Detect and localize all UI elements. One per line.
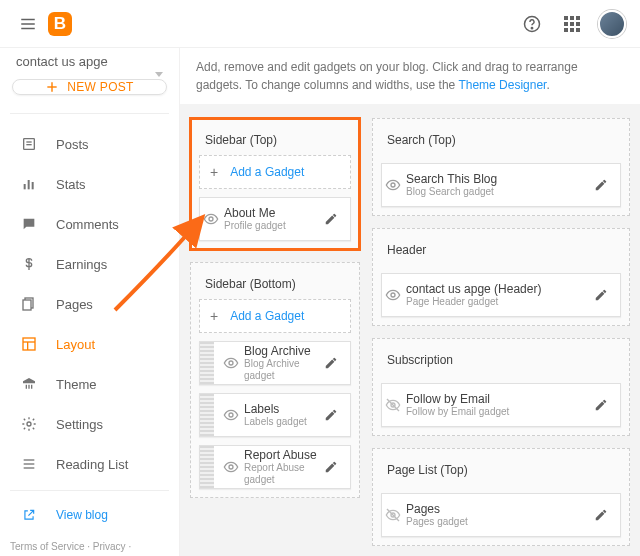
edit-icon [594,288,608,302]
visibility-toggle[interactable] [200,211,222,227]
account-button[interactable] [592,4,632,44]
layout-section: Headercontact us apge (Header)Page Heade… [372,228,630,326]
edit-icon [324,408,338,422]
earnings-icon [21,256,37,272]
visibility-toggle[interactable] [382,177,404,193]
svg-point-23 [229,361,233,365]
gadget-subtitle: Pages gadget [406,516,590,528]
section-title: Subscription [381,347,621,375]
theme-designer-link[interactable]: Theme Designer [458,78,546,92]
gadget-subtitle: Page Header gadget [406,296,590,308]
svg-point-25 [229,465,233,469]
gadget-card[interactable]: Report AbuseReport Abuse gadget [199,445,351,489]
section-title: Page List (Top) [381,457,621,485]
stats-icon [21,176,37,192]
external-link-icon [22,508,36,522]
theme-icon [21,376,37,392]
plus-icon [45,80,59,94]
nav-theme[interactable]: Theme [0,364,179,404]
gadget-subtitle: Blog Archive gadget [244,358,320,382]
edit-gadget-button[interactable] [320,408,342,422]
edit-icon [594,178,608,192]
nav-earnings[interactable]: Earnings [0,244,179,284]
gadget-card[interactable]: Blog ArchiveBlog Archive gadget [199,341,351,385]
visibility-toggle[interactable] [382,397,404,413]
drag-handle[interactable] [200,394,214,436]
nav-pages[interactable]: Pages [0,284,179,324]
footer-links: Terms of ServicePrivacy Content Policy [0,533,179,556]
edit-gadget-button[interactable] [320,460,342,474]
visibility-toggle[interactable] [220,459,242,475]
comments-icon [21,216,37,232]
nav-settings[interactable]: Settings [0,404,179,444]
svg-point-4 [531,27,532,28]
section-title: Sidebar (Bottom) [199,271,351,299]
visibility-icon [385,177,401,193]
blog-name: contact us apge [16,54,108,69]
edit-gadget-button[interactable] [590,178,612,192]
help-button[interactable] [512,4,552,44]
visibility-toggle[interactable] [220,407,242,423]
tos-link[interactable]: Terms of Service [10,541,84,552]
gadget-title: contact us apge (Header) [406,282,590,296]
hamburger-icon [19,15,37,33]
nav-view-blog[interactable]: View blog [0,497,179,533]
gadget-title: About Me [224,206,320,220]
apps-button[interactable] [552,4,592,44]
visibility-icon [223,355,239,371]
nav-stats[interactable]: Stats [0,164,179,204]
gadget-title: Blog Archive [244,344,320,358]
edit-icon [594,398,608,412]
gadget-title: Labels [244,402,320,416]
gadget-card[interactable]: Follow by EmailFollow by Email gadget [381,383,621,427]
visibility-icon [385,287,401,303]
visibility-toggle[interactable] [220,355,242,371]
visibility-icon [223,459,239,475]
gadget-title: Follow by Email [406,392,590,406]
edit-icon [324,356,338,370]
edit-gadget-button[interactable] [320,212,342,226]
edit-gadget-button[interactable] [590,508,612,522]
edit-gadget-button[interactable] [590,398,612,412]
gadget-title: Search This Blog [406,172,590,186]
settings-icon [21,416,37,432]
drag-handle[interactable] [200,446,214,488]
svg-rect-14 [23,300,31,310]
svg-rect-11 [28,180,30,189]
layout-section: Sidebar (Bottom)+Add a GadgetBlog Archiv… [190,262,360,498]
layout-section: Sidebar (Top)+Add a GadgetAbout MeProfil… [190,118,360,250]
svg-point-24 [229,413,233,417]
nav-posts[interactable]: Posts [0,124,179,164]
blogger-logo[interactable]: B [48,12,72,36]
add-gadget-button[interactable]: +Add a Gadget [199,155,351,189]
svg-point-18 [27,422,31,426]
main-area: Add, remove and edit gadgets on your blo… [180,48,640,556]
edit-gadget-button[interactable] [590,288,612,302]
menu-button[interactable] [8,4,48,44]
privacy-link[interactable]: Privacy [93,541,126,552]
nav-comments[interactable]: Comments [0,204,179,244]
plus-icon: + [210,308,218,324]
nav-reading-list[interactable]: Reading List [0,444,179,484]
gadget-card[interactable]: About MeProfile gadget [199,197,351,241]
blog-selector[interactable]: contact us apge [2,54,177,69]
svg-rect-15 [23,338,35,350]
visibility-off-icon [385,507,401,523]
add-gadget-button[interactable]: +Add a Gadget [199,299,351,333]
gadget-subtitle: Labels gadget [244,416,320,428]
section-title: Sidebar (Top) [199,127,351,155]
apps-icon [564,16,580,32]
gadget-card[interactable]: LabelsLabels gadget [199,393,351,437]
svg-rect-12 [32,182,34,189]
nav-layout[interactable]: Layout [0,324,179,364]
edit-gadget-button[interactable] [320,356,342,370]
gadget-card[interactable]: contact us apge (Header)Page Header gadg… [381,273,621,317]
gadget-card[interactable]: Search This BlogBlog Search gadget [381,163,621,207]
avatar [598,10,626,38]
gadget-card[interactable]: PagesPages gadget [381,493,621,537]
drag-handle[interactable] [200,342,214,384]
visibility-toggle[interactable] [382,507,404,523]
new-post-button[interactable]: NEW POST [12,79,167,95]
gadget-title: Report Abuse [244,448,320,462]
visibility-toggle[interactable] [382,287,404,303]
